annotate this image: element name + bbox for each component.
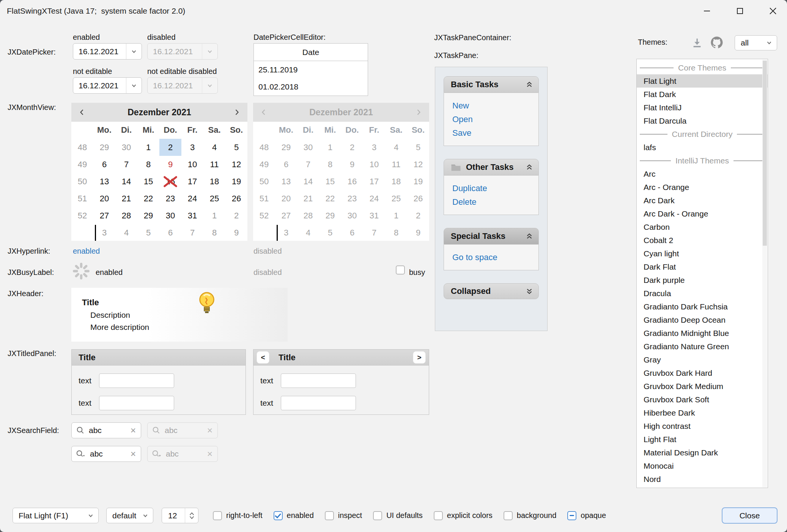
day-cell[interactable]: 9 (159, 156, 181, 173)
datepicker-dropdown-button[interactable] (126, 44, 142, 59)
prev-button[interactable]: < (257, 351, 269, 364)
expand-button[interactable] (526, 287, 533, 295)
clear-icon[interactable]: ✕ (130, 450, 136, 458)
search-field[interactable]: abc ✕ (71, 422, 141, 438)
close-window-button[interactable] (761, 0, 785, 22)
taskpane-header[interactable]: Special Tasks (444, 228, 539, 245)
day-cell[interactable]: 13 (93, 173, 115, 190)
next-month-button[interactable] (226, 103, 247, 122)
theme-item[interactable]: Gradianto Deep Ocean (637, 313, 768, 326)
download-icon[interactable] (691, 37, 703, 50)
theme-item[interactable]: Carbon (637, 220, 768, 234)
text-input[interactable] (281, 396, 356, 410)
clear-icon[interactable]: ✕ (130, 426, 136, 435)
checkbox-box[interactable] (567, 511, 576, 520)
day-cell[interactable]: 14 (115, 173, 137, 190)
task-link[interactable]: Delete (452, 195, 538, 209)
checkbox-enabled[interactable]: enabled (274, 511, 314, 520)
text-input[interactable] (281, 373, 356, 388)
hyperlink-enabled[interactable]: enabled (73, 247, 100, 256)
theme-item[interactable]: Gradianto Nature Green (637, 340, 768, 353)
theme-item[interactable]: Arc Dark (637, 194, 768, 207)
day-cell[interactable]: 31 (181, 207, 203, 224)
theme-item[interactable]: Gruvbox Dark Medium (637, 380, 768, 393)
table-row[interactable]: 25.11.2019 (254, 61, 368, 78)
theme-item[interactable]: Flat Light (637, 74, 768, 88)
theme-item[interactable]: Arc Dark - Orange (637, 207, 768, 220)
day-cell[interactable]: 1 (203, 207, 225, 224)
monthview-enabled[interactable]: Dezember 2021 Mo.Di.Mi.Do.Fr.Sa.So.48293… (71, 103, 247, 241)
day-cell[interactable]: 9 (225, 224, 247, 241)
prev-month-button[interactable] (253, 103, 274, 122)
task-link[interactable]: New (452, 99, 538, 113)
theme-item[interactable]: Flat Darcula (637, 114, 768, 127)
checkbox-ui-defaults[interactable]: UI defaults (373, 511, 423, 520)
day-cell[interactable]: 30 (115, 139, 137, 156)
task-link[interactable]: Open (452, 113, 538, 126)
checkbox-box[interactable] (434, 511, 443, 520)
theme-item[interactable]: Gradianto Midnight Blue (637, 326, 768, 340)
theme-item[interactable]: Cobalt 2 (637, 234, 768, 247)
collapse-button[interactable] (526, 232, 533, 240)
day-cell[interactable]: 4 (115, 224, 137, 241)
prev-month-button[interactable] (71, 103, 93, 122)
checkbox-inspect[interactable]: inspect (325, 511, 362, 520)
day-cell[interactable]: 30 (159, 207, 181, 224)
next-month-button[interactable] (408, 103, 429, 122)
day-cell[interactable]: 27 (93, 207, 115, 224)
theme-item[interactable]: Light Flat (637, 433, 768, 446)
checkbox-right-to-left[interactable]: right-to-left (213, 511, 263, 520)
theme-item[interactable]: Flat IntelliJ (637, 101, 768, 114)
theme-item[interactable]: Monocai (637, 459, 768, 472)
theme-item[interactable]: Cyan light (637, 247, 768, 260)
theme-item[interactable]: Material Design Dark (637, 446, 768, 459)
theme-item[interactable]: Gray (637, 353, 768, 366)
task-link[interactable]: Duplicate (452, 182, 538, 195)
day-cell[interactable]: 18 (203, 173, 225, 190)
taskpane-header[interactable]: Basic Tasks (444, 76, 539, 93)
day-cell[interactable]: 7 (181, 224, 203, 241)
font-size-spinner[interactable]: 12 (162, 508, 198, 523)
checkbox-background[interactable]: background (504, 511, 557, 520)
day-cell[interactable]: 1 (137, 139, 159, 156)
day-cell[interactable]: 12 (225, 156, 247, 173)
checkbox-box[interactable] (213, 511, 222, 520)
theme-item[interactable]: Dark purple (637, 273, 768, 287)
collapse-button[interactable] (526, 81, 533, 88)
text-input[interactable] (99, 373, 174, 388)
checkbox-opaque[interactable]: opaque (567, 511, 606, 520)
theme-item[interactable]: Arc - Orange (637, 180, 768, 194)
datepicker-not-editable[interactable]: 16.12.2021 (73, 77, 142, 94)
busy-checkbox[interactable] (396, 265, 405, 276)
day-cell[interactable]: 7 (115, 156, 137, 173)
checkbox-box[interactable] (373, 511, 382, 520)
day-cell[interactable]: 22 (137, 190, 159, 207)
next-button[interactable]: > (413, 351, 426, 364)
day-cell[interactable]: 21 (115, 190, 137, 207)
day-cell[interactable]: 24 (181, 190, 203, 207)
checkbox-explicit-colors[interactable]: explicit colors (434, 511, 493, 520)
day-cell[interactable]: 26 (225, 190, 247, 207)
checkbox-box[interactable] (325, 511, 334, 520)
day-cell[interactable]: 4 (203, 139, 225, 156)
close-button[interactable]: Close (722, 507, 778, 524)
scrollbar-thumb[interactable] (763, 61, 767, 246)
day-cell[interactable]: 5 (225, 139, 247, 156)
day-cell[interactable]: 19 (225, 173, 247, 190)
theme-item[interactable]: Gruvbox Dark Soft (637, 393, 768, 406)
theme-item[interactable]: Gradianto Dark Fuchsia (637, 300, 768, 313)
day-cell[interactable]: 23 (159, 190, 181, 207)
checkbox-box[interactable] (504, 511, 513, 520)
day-cell[interactable]: 6 (93, 156, 115, 173)
day-cell[interactable]: 28 (115, 207, 137, 224)
font-combo[interactable]: default (106, 508, 153, 523)
day-cell[interactable]: 20 (93, 190, 115, 207)
table-row[interactable]: 01.02.2018 (254, 78, 368, 95)
minimize-button[interactable] (695, 0, 719, 22)
day-cell[interactable]: 8 (137, 156, 159, 173)
spinner-buttons[interactable] (185, 508, 198, 523)
datepicker-dropdown-button[interactable] (126, 78, 142, 93)
day-cell[interactable]: 8 (203, 224, 225, 241)
laf-combo[interactable]: Flat Light (F1) (13, 508, 99, 523)
theme-item[interactable]: Dark Flat (637, 260, 768, 273)
